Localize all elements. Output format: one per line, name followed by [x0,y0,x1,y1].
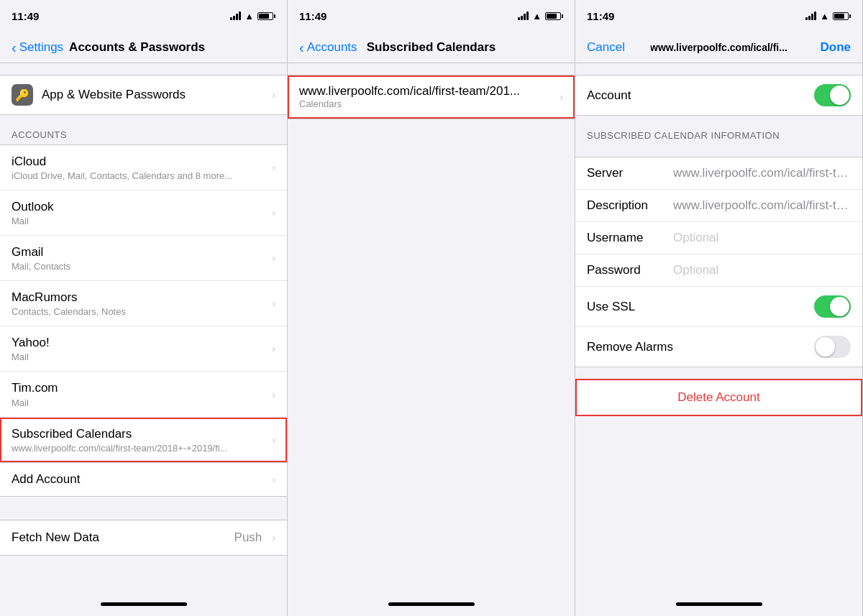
account-gmail[interactable]: Gmail Mail, Contacts › [0,236,287,281]
content-3: Account SUBSCRIBED CALENDAR INFORMATION … [575,63,862,592]
time-1: 11:49 [12,10,39,22]
fetch-row[interactable]: Fetch New Data Push › [0,520,287,556]
chevron-calendar: › [560,91,563,103]
password-input[interactable]: Optional [673,263,851,277]
outlook-title: Outlook [12,199,266,215]
battery-icon-2 [545,12,563,20]
cancel-button[interactable]: Cancel [587,40,625,55]
status-icons-2: ▲ [518,11,563,22]
back-button-1[interactable]: ‹ Settings [12,40,63,55]
description-label: Description [587,198,673,213]
key-icon: 🔑 [12,84,33,106]
nav-bar-3: Cancel www.liverpoolfc.com/ical/fi... Do… [575,32,862,63]
back-button-2[interactable]: ‹ Accounts [299,40,357,55]
panel-calendar-detail: 11:49 ▲ Cancel www.liverpoolfc.com/ical/… [575,0,863,616]
signal-icon-2 [518,12,529,20]
content-2: www.liverpoolfc.com/ical/first-team/201.… [288,63,575,592]
yahoo-title: Yahoo! [12,335,266,351]
delete-account-button[interactable]: Delete Account [575,379,862,416]
outlook-content: Outlook Mail [12,199,266,226]
username-row[interactable]: Username Optional [575,222,862,254]
accounts-section-header: ACCOUNTS [0,115,287,144]
account-subscribed-calendars[interactable]: Subscribed Calendars www.liverpoolfc.com… [0,418,287,462]
panel-subscribed-calendars: 11:49 ▲ ‹ Accounts Subscribed Calendars [288,0,575,616]
cal-item-url: www.liverpoolfc.com/ical/first-team/201.… [299,84,554,98]
timcom-title: Tim.com [12,380,266,396]
calendar-list: www.liverpoolfc.com/ical/first-team/201.… [288,75,575,119]
ssl-toggle[interactable] [814,295,851,318]
fetch-label: Fetch New Data [12,530,234,545]
nav-url-title: www.liverpoolfc.com/ical/fi... [650,42,787,53]
chevron-fetch: › [272,532,275,543]
server-value: www.liverpoolfc.com/ical/first-team/... [673,166,851,180]
passwords-title: App & Website Passwords [42,87,266,103]
chevron-icloud: › [272,162,275,173]
chevron-add-account: › [272,474,275,485]
ssl-label: Use SSL [587,300,673,314]
subscribed-detail: www.liverpoolfc.com/ical/first-team/2018… [12,443,266,454]
chevron-passwords: › [272,89,275,101]
home-indicator-2 [288,592,575,616]
passwords-content: App & Website Passwords [42,87,266,103]
icloud-detail: iCloud Drive, Mail, Contacts, Calendars … [12,170,266,181]
calendar-item-liverpool[interactable]: www.liverpoolfc.com/ical/first-team/201.… [288,75,575,119]
account-label: Account [587,88,673,103]
cal-item-subtitle: Calendars [299,98,554,109]
account-toggle-row: Account [575,75,862,115]
back-arrow-icon-1: ‹ [12,40,17,55]
account-toggle[interactable] [814,84,851,106]
chevron-yahoo: › [272,343,275,354]
alarms-label: Remove Alarms [587,340,673,354]
account-yahoo[interactable]: Yahoo! Mail › [0,326,287,372]
home-bar-1 [101,602,187,606]
time-2: 11:49 [299,10,327,22]
gmail-content: Gmail Mail, Contacts [12,244,266,272]
password-label: Password [587,263,673,277]
chevron-macrumors: › [272,298,275,309]
nav-title-2: Subscribed Calendars [367,40,496,55]
status-bar-2: 11:49 ▲ [288,0,575,32]
content-1: 🔑 App & Website Passwords › ACCOUNTS iCl… [0,63,287,592]
icloud-content: iCloud iCloud Drive, Mail, Contacts, Cal… [12,154,266,181]
battery-icon-1 [257,12,275,20]
done-button[interactable]: Done [821,40,851,55]
account-icloud[interactable]: iCloud iCloud Drive, Mail, Contacts, Cal… [0,145,287,190]
chevron-timcom: › [272,389,275,400]
timcom-detail: Mail [12,397,266,408]
alarms-row: Remove Alarms [575,327,862,367]
status-bar-1: 11:49 ▲ [0,0,287,32]
macrumors-content: MacRumors Contacts, Calendars, Notes [12,290,266,317]
wifi-icon-2: ▲ [532,11,542,22]
account-timcom[interactable]: Tim.com Mail › [0,372,287,417]
yahoo-content: Yahoo! Mail [12,335,266,362]
username-input[interactable]: Optional [673,231,851,245]
account-outlook[interactable]: Outlook Mail › [0,190,287,236]
ssl-row: Use SSL [575,287,862,327]
passwords-row[interactable]: 🔑 App & Website Passwords › [0,75,287,114]
panel-accounts-passwords: 11:49 ▲ ‹ Settings Accounts & Passwords [0,0,288,616]
outlook-detail: Mail [12,216,266,226]
signal-icon-3 [805,12,816,20]
yahoo-detail: Mail [12,351,266,362]
status-icons-3: ▲ [805,11,851,22]
signal-icon-1 [230,12,241,20]
form-section: Server www.liverpoolfc.com/ical/first-te… [575,157,862,367]
nav-title-1: Accounts & Passwords [69,40,205,55]
back-label-2: Accounts [307,40,357,55]
back-label-1: Settings [19,40,63,55]
toggle-knob-ssl [830,297,849,316]
macrumors-detail: Contacts, Calendars, Notes [12,306,266,317]
alarms-toggle[interactable] [814,336,851,358]
add-account-row[interactable]: Add Account › [0,463,287,496]
account-macrumors[interactable]: MacRumors Contacts, Calendars, Notes › [0,281,287,326]
passwords-group: 🔑 App & Website Passwords › [0,75,287,115]
home-indicator-1 [0,592,287,616]
account-toggle-group: Account [575,75,862,116]
subscribed-cal-section-header: SUBSCRIBED CALENDAR INFORMATION [575,116,862,145]
wifi-icon-3: ▲ [820,11,829,22]
password-row[interactable]: Password Optional [575,254,862,287]
wifi-icon-1: ▲ [245,11,254,22]
status-bar-3: 11:49 ▲ [575,0,862,32]
server-label: Server [587,166,673,180]
server-row: Server www.liverpoolfc.com/ical/first-te… [575,157,862,190]
